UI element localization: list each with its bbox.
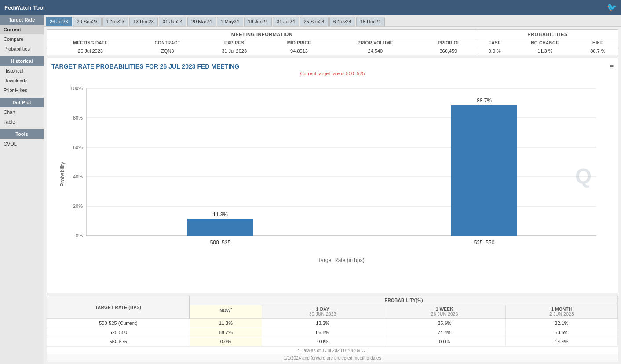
bar-chart-svg: Probability 100% 80% 60% 40% 20% 0% <box>51 80 614 269</box>
y-axis-label: Probability <box>59 162 66 186</box>
probability-pct-header: PROBABILITY(%) <box>190 296 617 305</box>
probabilities-header: PROBABILITIES <box>477 30 618 39</box>
tab-31jul24[interactable]: 31 Jul24 <box>273 17 299 26</box>
prob-table-section: TARGET RATE (BPS) PROBABILITY(%) NOW* 1 … <box>47 296 618 362</box>
twitter-icon[interactable]: 🐦 <box>607 3 617 12</box>
tab-1nov23[interactable]: 1 Nov23 <box>102 17 128 26</box>
now-550-575: 0.0% <box>190 337 262 346</box>
target-rate-section[interactable]: Target Rate <box>0 15 44 25</box>
day1-550-575: 0.0% <box>262 337 384 346</box>
chart-section: TARGET RATE PROBABILITIES FOR 26 JUL 202… <box>47 58 618 293</box>
tab-26jul23[interactable]: 26 Jul23 <box>46 17 72 26</box>
meeting-info-header: MEETING INFORMATION <box>47 30 477 39</box>
sidebar-item-prior-hikes[interactable]: Prior Hikes <box>0 85 44 95</box>
bar-500-525 <box>187 219 253 236</box>
col-contract: CONTRACT <box>134 39 201 47</box>
expires-cell: 31 Jul 2023 <box>201 47 267 55</box>
tab-6nov24[interactable]: 6 Nov24 <box>329 17 355 26</box>
probabilities-table-right: PROBABILITIES EASE NO CHANGE HIKE <box>477 30 618 55</box>
table-row: 0.0 % 11.3 % 88.7 % <box>477 47 618 55</box>
col-expires: EXPIRES <box>201 39 267 47</box>
month1-525-550: 53.5% <box>505 328 617 337</box>
contract-cell: ZQN3 <box>134 47 201 55</box>
tab-31jan24[interactable]: 31 Jan24 <box>159 17 186 26</box>
content-area: MEETING INFORMATION MEETING DATE CONTRAC… <box>44 27 621 364</box>
sidebar-item-downloads[interactable]: Downloads <box>0 76 44 85</box>
sidebar-item-historical[interactable]: Historical <box>0 66 44 76</box>
table-row: 26 Jul 2023 ZQN3 31 Jul 2023 94.8913 24,… <box>47 47 477 55</box>
historical-section[interactable]: Historical <box>0 56 44 66</box>
bar-xlabel-525-550: 525–550 <box>474 240 495 246</box>
table-row: 550-575 0.0% 0.0% 0.0% 14.4% <box>47 337 618 346</box>
col-hike: HIKE <box>578 39 618 47</box>
app-title: FedWatch Tool <box>4 4 45 11</box>
bar-label-500-525: 11.3% <box>213 211 228 218</box>
sidebar: Target Rate Current Compare Probabilitie… <box>0 15 44 364</box>
footnote2: 1/1/2024 and forward are projected meeti… <box>47 354 618 362</box>
tab-25sep24[interactable]: 25 Sep24 <box>300 17 329 26</box>
sidebar-item-chart[interactable]: Chart <box>0 107 44 117</box>
tab-1may24[interactable]: 1 May24 <box>217 17 243 26</box>
dotplot-section[interactable]: Dot Plot <box>0 98 44 107</box>
svg-text:60%: 60% <box>73 145 83 150</box>
chart-subtitle: Current target rate is 500–525 <box>51 71 614 76</box>
chart-watermark: Q <box>575 164 592 188</box>
col-prior-volume: PRIOR VOLUME <box>331 39 420 47</box>
tab-20sep23[interactable]: 20 Sep23 <box>73 17 102 26</box>
meeting-table-left: MEETING INFORMATION MEETING DATE CONTRAC… <box>47 30 477 55</box>
now-525-550: 88.7% <box>190 328 262 337</box>
mid-price-cell: 94.8913 <box>267 47 331 55</box>
footnote: * Data as of 3 Jul 2023 01:06:09 CT <box>47 346 618 354</box>
svg-text:80%: 80% <box>73 115 83 120</box>
week1-525-550: 74.4% <box>384 328 505 337</box>
meeting-info-table: MEETING DATE CONTRACT EXPIRES MID PRICE … <box>47 39 477 55</box>
hike-value: 88.7 % <box>578 47 618 55</box>
svg-text:20%: 20% <box>73 204 83 209</box>
svg-text:0%: 0% <box>76 233 83 238</box>
tab-20mar24[interactable]: 20 Mar24 <box>187 17 216 26</box>
rate-500-525: 500-525 (Current) <box>47 319 190 328</box>
chart-title: TARGET RATE PROBABILITIES FOR 26 JUL 202… <box>51 63 614 70</box>
table-row: 500-525 (Current) 11.3% 13.2% 25.6% 32.1… <box>47 319 618 328</box>
week1-550-575: 0.0% <box>384 337 505 346</box>
prior-volume-cell: 24,540 <box>331 47 420 55</box>
col-prior-oi: PRIOR OI <box>420 39 477 47</box>
target-rate-header: TARGET RATE (BPS) <box>47 296 190 319</box>
sidebar-item-current[interactable]: Current <box>0 25 44 34</box>
svg-text:100%: 100% <box>70 86 83 91</box>
col-ease: EASE <box>477 39 512 47</box>
tab-18dec24[interactable]: 18 Dec24 <box>356 17 385 26</box>
topbar: FedWatch Tool 🐦 <box>0 0 621 15</box>
bar-525-550 <box>451 105 517 236</box>
month1-550-575: 14.4% <box>505 337 617 346</box>
col-now: NOW* <box>190 305 262 319</box>
sidebar-item-compare[interactable]: Compare <box>0 34 44 44</box>
col-1day: 1 DAY 30 JUN 2023 <box>262 305 384 319</box>
ease-value: 0.0 % <box>477 47 512 55</box>
bar-xlabel-500-525: 500–525 <box>210 240 231 246</box>
tab-19jun24[interactable]: 19 Jun24 <box>244 17 272 26</box>
month1-500-525: 32.1% <box>505 319 617 328</box>
no-change-value: 11.3 % <box>512 47 578 55</box>
bar-label-525-550: 88.7% <box>477 98 492 104</box>
sidebar-item-table[interactable]: Table <box>0 117 44 127</box>
col-no-change: NO CHANGE <box>512 39 578 47</box>
tools-section[interactable]: Tools <box>0 129 44 139</box>
tab-13dec23[interactable]: 13 Dec23 <box>129 17 158 26</box>
rate-525-550: 525-550 <box>47 328 190 337</box>
sidebar-item-cvol[interactable]: CVOL <box>0 139 44 149</box>
x-axis-title: Target Rate (in bps) <box>318 257 364 263</box>
meeting-date-cell: 26 Jul 2023 <box>47 47 134 55</box>
svg-text:40%: 40% <box>73 174 83 179</box>
sidebar-item-probabilities[interactable]: Probabilities <box>0 44 44 54</box>
day1-500-525: 13.2% <box>262 319 384 328</box>
prior-oi-cell: 360,459 <box>420 47 477 55</box>
col-1week: 1 WEEK 26 JUN 2023 <box>384 305 505 319</box>
table-row: 525-550 88.7% 86.8% 74.4% 53.5% <box>47 328 618 337</box>
rate-550-575: 550-575 <box>47 337 190 346</box>
meeting-info-section: MEETING INFORMATION MEETING DATE CONTRAC… <box>47 29 618 55</box>
prob-table: TARGET RATE (BPS) PROBABILITY(%) NOW* 1 … <box>47 296 618 346</box>
main-content: 26 Jul23 20 Sep23 1 Nov23 13 Dec23 31 Ja… <box>44 15 621 364</box>
chart-menu-icon[interactable]: ≡ <box>610 63 614 71</box>
col-meeting-date: MEETING DATE <box>47 39 134 47</box>
